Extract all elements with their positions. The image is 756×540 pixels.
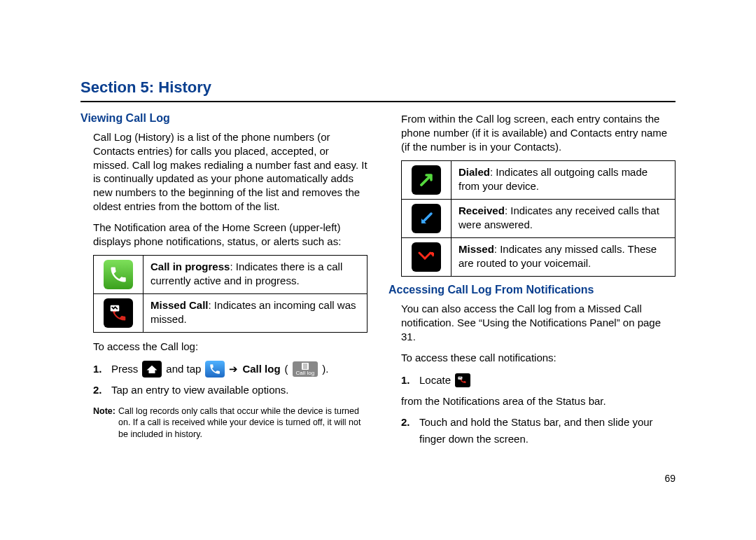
step-number: 1. [401,372,415,389]
page-number: 69 [80,473,676,484]
missed-call-icon [104,298,133,328]
list-item: 1. Locate from the Notifications area of… [401,372,676,410]
text: Call log [242,361,280,378]
svg-line-5 [425,253,430,258]
body-text: To access these call notifications: [401,351,676,365]
calllog-badge-label: Call log [296,371,315,376]
icon-table-left: Call in progress: Indicates there is a c… [93,255,368,333]
svg-line-3 [423,214,431,222]
svg-line-2 [421,177,430,186]
list-item: 2. Tap an entry to view available option… [93,382,368,399]
body-text: Call Log (History) is a list of the phon… [93,130,368,214]
note-block: Note: Call log records only calls that o… [93,406,368,440]
text: Locate [419,372,451,389]
table-row: Missed: Indicates any missed calls. Thes… [402,238,676,277]
label: Missed [458,243,494,255]
label: Call in progress [150,261,230,272]
body-text: You can also access the Call log from a … [401,302,676,343]
step-number: 2. [401,414,415,431]
table-row: Missed Call: Indicates an incoming call … [94,294,368,333]
icon-table-right: Dialed: Indicates all outgoing calls mad… [401,160,676,277]
missed-arrow-icon [412,242,441,272]
received-arrow-icon [412,204,441,233]
table-row: Dialed: Indicates all outgoing calls mad… [402,161,676,200]
column-left: Viewing Call Log Call Log (History) is a… [80,112,368,455]
call-in-progress-icon [104,260,133,289]
text: ( [285,361,288,378]
table-cell: Missed Call: Indicates an incoming call … [144,294,368,333]
missed-call-small-icon [455,373,470,387]
svg-line-4 [419,253,425,258]
table-cell: Dialed: Indicates all outgoing calls mad… [451,161,676,200]
text: ). [322,361,328,378]
section-title: Section 5: History [80,78,676,97]
calllog-badge-icon: Call log [293,361,318,377]
note-label: Note: [93,406,118,440]
arrow-icon: ➔ [229,361,238,378]
table-cell: Call in progress: Indicates there is a c… [144,256,368,294]
list-item: 2. Touch and hold the Status bar, and th… [401,414,676,448]
svg-rect-0 [111,305,120,312]
label: Dialed [458,166,490,178]
heading-viewing-call-log: Viewing Call Log [80,112,368,125]
phone-icon [205,361,225,378]
text: Touch and hold the Status bar, and then … [419,414,676,448]
table-row: Call in progress: Indicates there is a c… [94,256,368,294]
list-item: 1. Press and tap ➔ Call log ( Call log [93,361,368,378]
text: and tap [166,361,201,378]
table-row: Received: Indicates any received calls t… [402,200,676,238]
note-text: Call log records only calls that occur w… [118,406,368,440]
body-text: The Notification area of the Home Screen… [93,221,368,249]
table-cell: Received: Indicates any received calls t… [451,200,676,238]
step-number: 2. [93,382,107,399]
step-number: 1. [93,361,107,378]
text: Press [111,361,138,378]
heading-accessing-call-log: Accessing Call Log From Notifications [388,284,676,296]
dialed-arrow-icon [412,165,441,195]
text: Tap an entry to view available options. [111,382,288,399]
body-text: From within the Call log screen, each en… [401,112,676,153]
text: from the Notifications area of the Statu… [401,393,606,410]
body-text: To access the Call log: [93,340,368,354]
table-cell: Missed: Indicates any missed calls. Thes… [451,238,676,277]
svg-rect-7 [458,376,462,379]
column-right: From within the Call log screen, each en… [388,112,676,455]
home-icon [142,361,162,378]
label: Received [458,205,505,216]
label: Missed Call [150,299,209,311]
section-rule [80,101,676,102]
